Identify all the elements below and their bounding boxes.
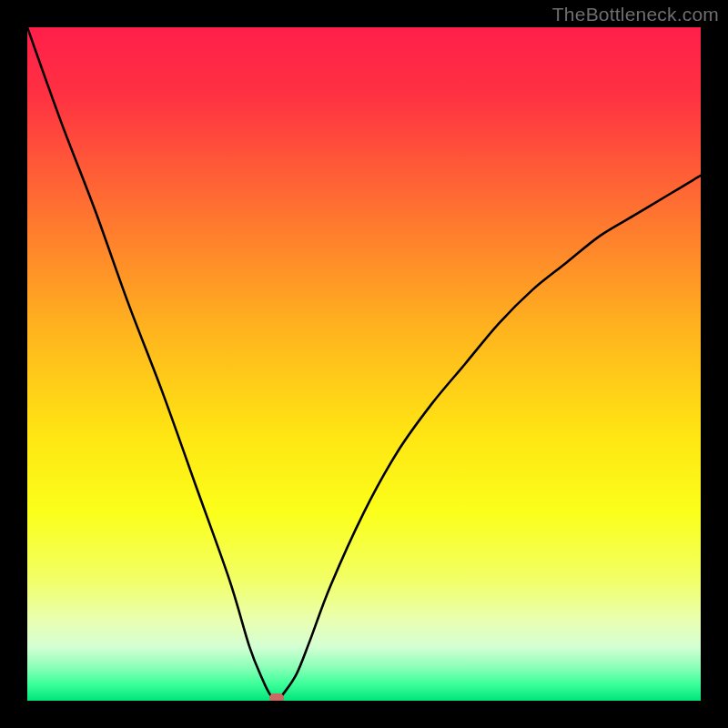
bottleneck-curve [27,27,701,701]
chart-frame: TheBottleneck.com [0,0,728,728]
watermark-text: TheBottleneck.com [552,4,719,25]
minimum-marker [269,693,284,701]
plot-area [27,27,701,701]
curve-layer [27,27,701,701]
